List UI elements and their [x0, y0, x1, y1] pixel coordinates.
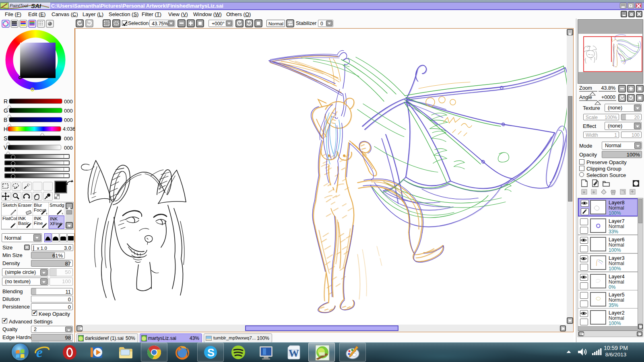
- svg-text:S: S: [207, 347, 215, 359]
- svg-text:e: e: [36, 344, 43, 360]
- svg-text:PaintTool: PaintTool: [10, 3, 28, 8]
- svg-text:W: W: [289, 348, 299, 359]
- svg-text:SAI: SAI: [31, 2, 41, 9]
